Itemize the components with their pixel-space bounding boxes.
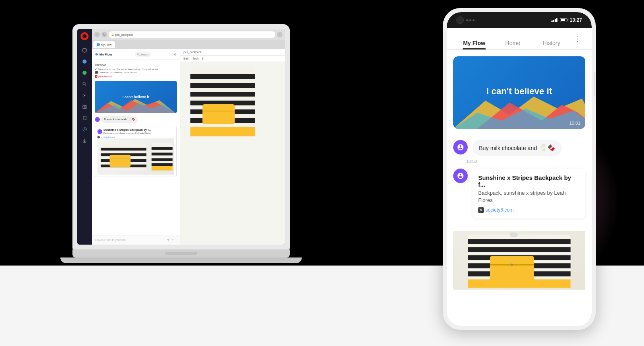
hero-card-time: 15:01: [569, 121, 580, 126]
milk-message-emoji: 🥛🍫: [539, 144, 555, 152]
list-item: Buy milk chocolate 🥛🍫: [95, 116, 177, 123]
status-dot-2: [469, 19, 471, 21]
cant-believe-text-laptop: I can't believe it: [122, 95, 149, 99]
svg-rect-38: [190, 127, 255, 136]
link-card-avatar-phone: [453, 169, 468, 183]
flow-search-bar[interactable]: Search: [135, 51, 151, 57]
tab-flow-label: My Flow: [101, 43, 111, 46]
svg-rect-26: [152, 147, 173, 150]
browser-address-bar[interactable]: 🔒 pes_backpack: [109, 31, 275, 38]
status-bar-right: 13:27: [551, 17, 582, 23]
signal-bar-4: [556, 18, 557, 22]
category-s[interactable]: S: [202, 57, 204, 60]
favicon-icon: S: [478, 207, 484, 213]
address-icon: 🔒: [111, 33, 114, 36]
phone-content: I can't believe it 15:01: [447, 50, 592, 326]
svg-point-17: [97, 136, 100, 138]
status-dot-3: [473, 19, 475, 21]
flow-upload-icon[interactable]: [166, 238, 170, 242]
flow-send-btn[interactable]: ↑: [172, 238, 177, 243]
sidebar-icon-clock[interactable]: [80, 125, 89, 134]
backpack-thumbnail-laptop: [97, 138, 174, 175]
sidebar-icon-whatsapp[interactable]: [80, 68, 89, 77]
link-card-url-laptop[interactable]: society6.com: [97, 136, 174, 138]
laptop-screen-outer: ← ↻ 🔒 pes_backpack ⋮ My Flow: [72, 24, 290, 249]
phone-nav: My Flow Home History ⋮: [447, 28, 592, 50]
browser-menu-btn[interactable]: ⋮: [277, 32, 283, 37]
svg-rect-32: [190, 74, 255, 79]
svg-rect-23: [109, 155, 130, 167]
signal-bar-1: [551, 21, 553, 22]
browser-content: ← ↻ 🔒 pes_backpack ⋮ My Flow: [92, 29, 285, 245]
phone-body: 13:27 My Flow Home History ⋮: [443, 8, 596, 330]
front-camera: [456, 16, 464, 24]
backpack-image-phone: [453, 228, 585, 292]
svg-point-6: [84, 106, 85, 108]
svg-rect-55: [510, 233, 517, 237]
flow-settings-icon[interactable]: ⚙: [174, 53, 177, 56]
sidebar-icon-download[interactable]: [80, 136, 89, 145]
phone-status-bar: 13:27: [447, 12, 592, 28]
tab-flow-icon: [97, 43, 100, 46]
laptop-base: [72, 249, 290, 257]
svg-rect-34: [190, 92, 255, 97]
message-avatar: [453, 140, 468, 154]
laptop-screen: ← ↻ 🔒 pes_backpack ⋮ My Flow: [77, 29, 285, 245]
browser-tab-flow[interactable]: My Flow: [93, 41, 115, 48]
svg-point-54: [511, 264, 513, 266]
tab-home[interactable]: Home: [493, 35, 532, 49]
message-text: Oh wow!: [95, 63, 177, 67]
phone-screen: 13:27 My Flow Home History ⋮: [447, 12, 592, 326]
list-item: Sunshine x Stripes Backpack by f... Back…: [95, 126, 177, 177]
svg-point-0: [83, 48, 87, 52]
svg-rect-29: [152, 163, 173, 166]
svg-rect-19: [101, 148, 147, 150]
sidebar-icon-send[interactable]: [80, 91, 89, 100]
flow-panel: My Flow Search ⚙: [92, 49, 180, 245]
svg-rect-47: [468, 247, 570, 253]
milk-message-bubble-laptop: Buy milk chocolate 🥛🍫: [101, 116, 138, 123]
milk-message-time: 16:52: [447, 159, 592, 167]
browser-refresh-btn[interactable]: ↻: [101, 32, 107, 37]
youtube-link[interactable]: youtube.com: [95, 75, 177, 78]
website-banner: pes_backpack: [180, 49, 285, 56]
sidebar-icon-flow[interactable]: [80, 57, 89, 66]
battery-icon: [560, 18, 567, 22]
sidebar-icon-bookmark[interactable]: [80, 113, 89, 122]
link-card-title-phone: Sunshine x Stripes Backpack by f...: [478, 174, 580, 188]
link-card-header: Sunshine x Stripes Backpack by f... Back…: [97, 128, 174, 135]
svg-rect-30: [152, 166, 173, 170]
cant-believe-card-laptop: I can't believe it: [95, 81, 177, 113]
sidebar-icon-search[interactable]: [80, 80, 89, 89]
svg-point-2: [83, 71, 87, 75]
status-bar-left: [456, 16, 475, 24]
svg-rect-27: [152, 152, 173, 155]
status-dots: [466, 19, 475, 21]
phone-more-menu-btn[interactable]: ⋮: [571, 28, 584, 49]
category-tech[interactable]: Tech: [192, 57, 198, 60]
svg-rect-28: [152, 158, 173, 161]
flow-input-bar: Leave a note to yourself... ↑: [92, 235, 180, 245]
milk-message-bubble: Buy milk chocolate and 🥛🍫: [473, 140, 562, 156]
list-item: Buy milk chocolate and 🥛🍫: [447, 135, 592, 161]
flow-panel-title: My Flow: [95, 53, 112, 56]
svg-rect-46: [468, 239, 570, 245]
hero-video-card[interactable]: I can't believe it 15:01: [453, 56, 585, 129]
hero-card-text: I can't believe it: [487, 86, 552, 97]
tab-my-flow[interactable]: My Flow: [455, 35, 493, 49]
sidebar-icon-photo[interactable]: [80, 102, 89, 111]
signal-bar-3: [555, 19, 556, 22]
website-backpack-image: [180, 62, 285, 142]
message-sub: ✔ Subscribe to our channel to keep in to…: [95, 68, 177, 74]
svg-point-10: [137, 54, 139, 55]
svg-rect-33: [190, 83, 255, 88]
browser-back-btn[interactable]: ←: [94, 32, 100, 37]
battery-fill: [561, 19, 565, 21]
msg-avatar-small: [95, 117, 100, 122]
flow-panel-header: My Flow Search ⚙: [92, 49, 180, 60]
list-item: Oh wow! ✔ Subscribe to our channel to ke…: [95, 63, 177, 78]
category-bath[interactable]: Bath: [184, 57, 189, 60]
tab-history[interactable]: History: [532, 35, 571, 49]
link-card-url-phone[interactable]: S society6.com: [478, 207, 580, 213]
sidebar-icon-home[interactable]: [80, 46, 89, 55]
